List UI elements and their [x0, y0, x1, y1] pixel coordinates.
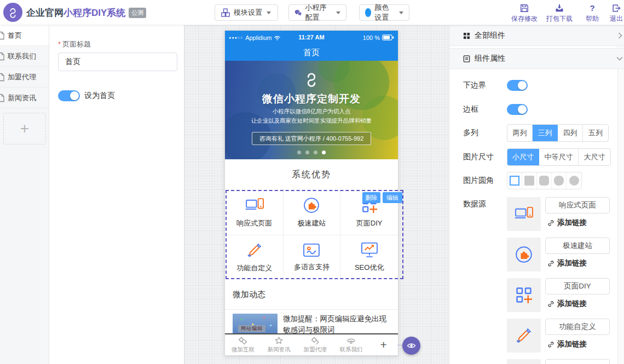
news-thumbnail-caption: 网站编辑 — [238, 325, 265, 332]
image-size-medium[interactable]: 中等尺寸 — [539, 149, 579, 165]
delete-component-button[interactable]: 删除 — [362, 192, 380, 203]
datasource-name-input[interactable] — [545, 278, 610, 294]
tab-agent[interactable]: 加盟代理 — [297, 334, 333, 355]
preview-eye-button[interactable] — [402, 337, 420, 355]
grid-item-speed[interactable]: 极速建站 — [284, 190, 341, 235]
datasource-name-input[interactable] — [545, 319, 610, 335]
link-icon — [547, 341, 554, 348]
set-home-label: 设为首页 — [84, 91, 115, 101]
datasource-name-input[interactable] — [545, 359, 610, 364]
border-toggle[interactable] — [507, 104, 528, 115]
datasource-name-input[interactable] — [545, 197, 610, 213]
section-title-advantages[interactable]: 系统优势 — [225, 159, 398, 190]
sidebar-item-agent[interactable]: 加盟代理 — [0, 67, 49, 88]
carousel-dot[interactable] — [297, 151, 301, 154]
save-button[interactable]: 保存修改 — [509, 3, 540, 24]
image-radius-label: 图片圆角 — [463, 176, 507, 186]
hero-carousel-component[interactable]: 微信小程序定制开发 小程序以微信8亿用户为切入点 让企业以及商家在短时间里实现提… — [225, 61, 398, 159]
datasource-name-input[interactable] — [545, 238, 610, 254]
add-link-button[interactable]: 添加链接 — [547, 299, 587, 309]
carousel-dot[interactable] — [305, 151, 309, 154]
advantage-grid-component[interactable]: 响应式页面 极速建站 页面DIY 功能自定义 多语言支持 — [226, 190, 398, 280]
image-size-small-selected[interactable]: 小尺寸 — [507, 149, 539, 165]
phone-nav-title: 首页 — [225, 44, 398, 61]
datasource-thumb — [507, 319, 541, 353]
top-header-bar: 企业官网小程序DIY系统公测 模块设置 小程序配置 颜色设置 保存修改 打包下载… — [0, 0, 624, 25]
radius-option-medium[interactable] — [552, 172, 567, 189]
page-title-input[interactable] — [58, 53, 177, 71]
component-properties-header[interactable]: 组件属性 — [449, 48, 624, 69]
grid-item-label: 响应式页面 — [236, 218, 272, 228]
app-title-primary: 企业官网 — [26, 8, 63, 18]
add-link-button[interactable]: 添加链接 — [547, 218, 587, 228]
miniprogram-logo-icon — [3, 3, 22, 22]
package-download-button[interactable]: 打包下载 — [544, 3, 575, 24]
module-settings-label: 模块设置 — [234, 8, 262, 18]
download-icon — [554, 3, 564, 13]
download-label: 打包下载 — [546, 14, 573, 24]
carousel-dot-active[interactable] — [322, 151, 326, 154]
radius-option-square-selected[interactable] — [507, 172, 522, 189]
grid-item-seo[interactable]: SEO优化 — [340, 235, 398, 280]
all-components-header[interactable]: 全部组件 — [449, 25, 624, 46]
grid-item-custom[interactable]: 功能自定义 — [226, 235, 284, 280]
exit-button[interactable]: 退出 — [601, 3, 624, 24]
chevron-down-icon — [616, 56, 623, 61]
miniapp-config-dropdown[interactable]: 小程序配置 — [288, 4, 346, 21]
add-link-label: 添加链接 — [557, 299, 587, 309]
hero-title: 微信小程序定制开发 — [262, 92, 361, 106]
add-link-button[interactable]: 添加链接 — [547, 258, 587, 268]
carousel-dot[interactable] — [314, 151, 317, 154]
tab-label: 加盟代理 — [304, 346, 327, 354]
tab-weijia[interactable]: 微加互联 — [225, 334, 261, 355]
color-settings-dropdown[interactable]: 颜色设置 — [359, 4, 409, 21]
custom-pencil-icon — [246, 242, 263, 258]
columns-option-three-selected[interactable]: 三列 — [533, 125, 558, 141]
columns-option-two[interactable]: 两列 — [507, 125, 533, 141]
news-headline: 微加提醒：网页编辑应避免出现敏感词与极限词 — [283, 314, 391, 336]
link-icon — [547, 260, 554, 267]
miniprogram-logo-icon — [303, 71, 320, 87]
edit-component-button[interactable]: 编辑 — [383, 192, 402, 203]
datasource-thumb — [507, 238, 541, 271]
image-size-large[interactable]: 大尺寸 — [579, 149, 610, 165]
tab-contact[interactable]: 联系我们 — [333, 334, 369, 355]
columns-option-four[interactable]: 四列 — [558, 125, 583, 141]
save-label: 保存修改 — [511, 14, 538, 24]
sidebar-item-home[interactable]: 首页 — [0, 25, 49, 46]
sidebar-item-news[interactable]: 新闻资讯 — [0, 88, 49, 108]
help-label: 帮助 — [586, 14, 599, 24]
radius-option-circle[interactable] — [567, 172, 581, 189]
section-title-news[interactable]: 微加动态 — [225, 280, 398, 310]
tabbar-add-button[interactable]: + — [369, 334, 398, 355]
grid-item-label: 功能自定义 — [236, 263, 272, 273]
news-list-item[interactable]: 网站编辑 微加提醒：网页编辑应避免出现敏感词与极限词 — [225, 314, 398, 336]
columns-segmented-control: 两列 三列 四列 五列 — [507, 124, 609, 142]
tab-news[interactable]: 新闻资讯 — [261, 334, 297, 355]
plus-icon: + — [380, 338, 387, 351]
carousel-dots — [225, 151, 398, 154]
caret-down-icon — [399, 11, 403, 14]
save-icon — [519, 3, 529, 13]
set-home-toggle[interactable] — [58, 90, 80, 101]
page-settings-panel: *页面标题 设为首页 — [49, 25, 184, 364]
sidebar-item-contact[interactable]: 联系我们 — [0, 46, 49, 67]
radius-option-small[interactable] — [537, 172, 552, 189]
bottom-border-toggle[interactable] — [507, 80, 528, 91]
add-page-button[interactable]: + — [3, 113, 46, 145]
speed-build-icon — [303, 197, 320, 213]
color-settings-label: 颜色设置 — [374, 3, 395, 22]
color-swatch-icon — [365, 8, 371, 17]
columns-option-five[interactable]: 五列 — [583, 125, 608, 141]
inspector-scrollbar[interactable] — [617, 25, 624, 364]
add-link-button[interactable]: 添加链接 — [547, 339, 587, 349]
all-components-label: 全部组件 — [475, 31, 505, 41]
grid-item-responsive[interactable]: 响应式页面 — [226, 190, 284, 235]
module-settings-dropdown[interactable]: 模块设置 — [215, 4, 278, 21]
radius-option-none[interactable] — [522, 172, 537, 189]
list-icon — [463, 55, 470, 62]
add-link-label: 添加链接 — [557, 258, 587, 268]
sidebar-item-label: 新闻资讯 — [8, 93, 36, 103]
hero-cta-button[interactable]: 咨询有礼 送官网小程序 / 400-0755-992 — [252, 132, 372, 145]
grid-item-multilang[interactable]: 多语言支持 — [284, 235, 341, 280]
